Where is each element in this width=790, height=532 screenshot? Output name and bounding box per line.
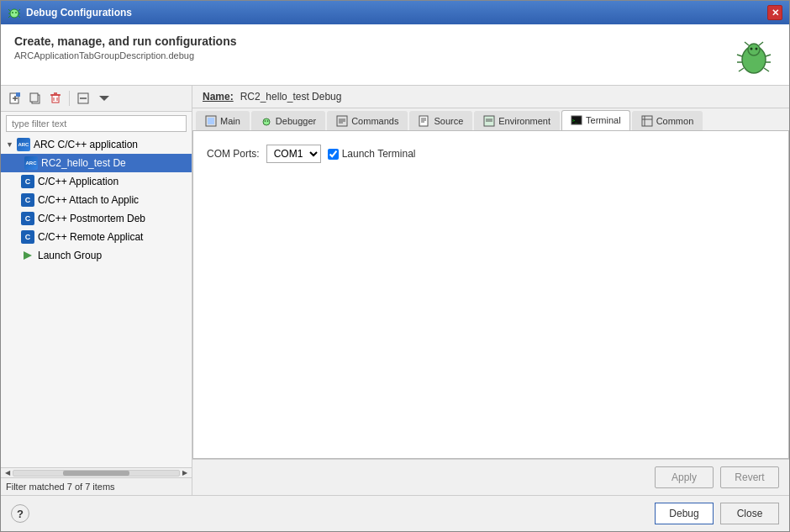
svg-line-19 [739, 68, 744, 71]
tree-item-cpp-postmortem[interactable]: C C/C++ Postmortem Deb [1, 209, 192, 228]
terminal-content-area: COM Ports: COM1 COM2 COM3 Launch Termina… [207, 145, 775, 163]
header-text-area: Create, manage, and run configurations A… [14, 34, 237, 61]
arc-icon: ARC [17, 138, 30, 151]
launch-terminal-label[interactable]: Launch Terminal [328, 148, 416, 160]
tab-common[interactable]: Common [632, 111, 703, 130]
tree-area: ▼ ARC ARC C/C++ application ARC RC2_hell… [1, 135, 192, 467]
revert-button[interactable]: Revert [720, 466, 779, 488]
bug-icon [732, 34, 776, 78]
tab-source[interactable]: Source [409, 111, 472, 130]
dialog-footer: ? Debug Close [1, 495, 789, 531]
h-scrollbar[interactable] [13, 470, 180, 477]
svg-line-8 [18, 16, 20, 18]
debug-button[interactable]: Debug [655, 503, 714, 524]
svg-point-38 [263, 119, 270, 125]
tree-item-label: C/C++ Postmortem Deb [38, 213, 145, 224]
collapse-button[interactable] [74, 89, 92, 108]
svg-rect-26 [30, 93, 38, 102]
expand-arrow: ▼ [6, 140, 13, 149]
terminal-tab-content: COM Ports: COM1 COM2 COM3 Launch Termina… [192, 131, 789, 459]
duplicate-config-button[interactable] [26, 89, 45, 108]
left-toolbar [1, 86, 192, 112]
c-icon: C [21, 175, 34, 188]
dialog-subtitle: ARCApplicationTabGroupDescription.debug [14, 50, 237, 61]
common-tab-icon [641, 115, 653, 127]
svg-point-10 [748, 44, 760, 55]
dialog-body: ▼ ARC ARC C/C++ application ARC RC2_hell… [1, 86, 789, 495]
svg-line-15 [737, 55, 742, 56]
debug-configurations-dialog: Debug Configurations ✕ Create, manage, a… [0, 0, 790, 532]
svg-rect-45 [419, 116, 428, 126]
tab-environment[interactable]: Environment [474, 111, 560, 130]
tab-debugger-label: Debugger [276, 116, 316, 126]
tab-bar: Main Debugger [192, 108, 789, 131]
tree-item-label: C/C++ Remote Applicat [38, 231, 143, 243]
title-bar-left: Debug Configurations [8, 6, 132, 19]
svg-rect-27 [52, 95, 59, 103]
tab-debugger[interactable]: Debugger [251, 111, 325, 130]
delete-config-button[interactable] [46, 89, 65, 108]
com-ports-label: COM Ports: [207, 148, 260, 160]
tree-item-cpp-remote[interactable]: C C/C++ Remote Applicat [1, 228, 192, 246]
tree-item-label: C/C++ Application [38, 176, 118, 187]
tab-environment-label: Environment [498, 116, 550, 126]
svg-point-1 [12, 12, 13, 13]
launch-group-icon [21, 249, 34, 262]
svg-point-39 [265, 120, 266, 122]
svg-rect-37 [208, 118, 214, 124]
tree-item-label: Launch Group [38, 250, 102, 261]
launch-terminal-checkbox[interactable] [328, 149, 339, 160]
environment-tab-icon [483, 115, 495, 127]
launch-terminal-text: Launch Terminal [342, 148, 416, 160]
debugger-tab-icon [261, 115, 272, 127]
tree-item-cpp-attach[interactable]: C C/C++ Attach to Applic [1, 191, 192, 209]
filter-status: Filter matched 7 of 7 items [1, 477, 192, 495]
dialog-title: Create, manage, and run configurations [14, 34, 237, 48]
tab-common-label: Common [656, 116, 694, 126]
expand-button[interactable] [94, 89, 113, 108]
title-bar: Debug Configurations ✕ [1, 1, 789, 24]
scroll-right-arrow[interactable]: ▶ [180, 468, 190, 478]
main-tab-icon [205, 115, 217, 127]
tab-terminal[interactable]: >_ Terminal [561, 110, 630, 130]
filter-input[interactable] [6, 115, 187, 132]
h-scrollbar-thumb [63, 471, 129, 476]
svg-rect-24 [16, 92, 20, 97]
svg-point-0 [10, 9, 18, 18]
window-title: Debug Configurations [26, 7, 132, 18]
tree-item-arc-parent[interactable]: ▼ ARC ARC C/C++ application [1, 135, 192, 154]
name-bar: Name: RC2_hello_test Debug [192, 86, 789, 108]
c-icon-4: C [21, 230, 34, 244]
tree-item-cpp-app[interactable]: C C/C++ Application [1, 172, 192, 191]
name-value: RC2_hello_test Debug [240, 91, 342, 103]
apply-button[interactable]: Apply [655, 466, 714, 488]
arc-child-icon: ARC [24, 156, 38, 170]
svg-point-12 [756, 48, 758, 50]
left-panel: ▼ ARC ARC C/C++ application ARC RC2_hell… [1, 86, 192, 495]
tab-commands-label: Commands [351, 116, 398, 126]
window-close-button[interactable]: ✕ [767, 5, 782, 20]
tab-terminal-label: Terminal [586, 115, 621, 125]
help-button[interactable]: ? [11, 504, 29, 523]
svg-line-20 [764, 68, 769, 71]
debug-title-icon [8, 6, 21, 19]
scroll-left-arrow[interactable]: ◀ [3, 468, 13, 478]
com-port-select[interactable]: COM1 COM2 COM3 [266, 145, 321, 163]
svg-text:>_: >_ [572, 118, 578, 124]
tab-main-label: Main [220, 116, 240, 126]
tab-commands[interactable]: Commands [327, 111, 408, 130]
c-icon-2: C [21, 193, 34, 207]
tree-item-launch-group[interactable]: Launch Group [1, 246, 192, 265]
tree-item-rc2[interactable]: ARC RC2_hello_test De [1, 154, 192, 172]
dialog-header: Create, manage, and run configurations A… [1, 24, 789, 86]
right-panel: Name: RC2_hello_test Debug Main [192, 86, 789, 495]
toolbar-separator [69, 91, 70, 106]
tree-item-label: ARC C/C++ application [34, 139, 138, 150]
footer-right: Debug Close [655, 503, 779, 524]
svg-marker-35 [24, 251, 32, 260]
svg-line-16 [766, 55, 771, 56]
new-config-button[interactable] [6, 89, 24, 108]
close-button[interactable]: Close [720, 503, 779, 524]
tab-main[interactable]: Main [196, 111, 250, 130]
apply-revert-area: Apply Revert [192, 459, 789, 495]
